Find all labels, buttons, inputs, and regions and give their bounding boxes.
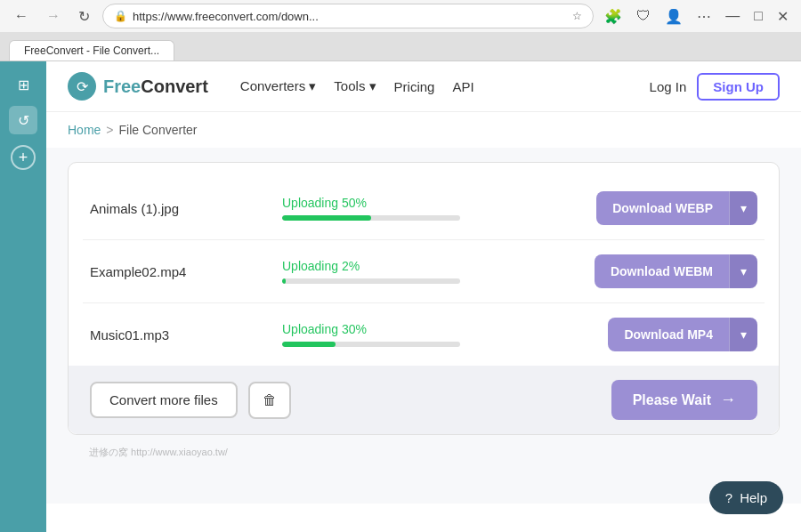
file-rows-container: Animals (1).jpg Uploading 50% Download W… <box>83 177 765 366</box>
file-status: Uploading 30% <box>282 322 594 336</box>
file-name: Example02.mp4 <box>90 264 268 279</box>
site-header: ⟳ FreeConvert Converters ▾ Tools ▾ Prici… <box>46 61 801 112</box>
file-progress-area: Uploading 30% <box>282 322 594 347</box>
download-btn-main[interactable]: Download MP4 <box>608 318 729 351</box>
progress-bar-background <box>282 215 460 221</box>
nav-pricing[interactable]: Pricing <box>394 79 435 94</box>
help-icon: ? <box>725 490 732 505</box>
close-icon[interactable]: ✕ <box>773 6 792 27</box>
breadcrumb-separator: > <box>106 123 113 137</box>
lock-icon: 🔒 <box>114 10 127 22</box>
download-btn-chevron[interactable]: ▾ <box>729 254 757 288</box>
shield-icon[interactable]: 🛡 <box>633 6 654 26</box>
minimize-icon[interactable]: — <box>722 6 743 26</box>
logo-free: Free <box>103 77 141 96</box>
progress-bar-background <box>282 342 460 347</box>
nav-converters[interactable]: Converters ▾ <box>240 78 317 94</box>
download-btn-main[interactable]: Download WEBP <box>596 191 729 225</box>
download-btn-chevron[interactable]: ▾ <box>729 318 757 351</box>
convert-more-button[interactable]: Convert more files <box>90 382 238 418</box>
main-content: ⟳ FreeConvert Converters ▾ Tools ▾ Prici… <box>46 61 801 532</box>
file-progress-area: Uploading 2% <box>282 259 580 284</box>
progress-bar-fill <box>282 278 286 284</box>
progress-bar-fill <box>282 215 371 221</box>
download-button[interactable]: Download MP4 ▾ <box>608 318 757 351</box>
file-row: Music01.mp3 Uploading 30% Download MP4 ▾ <box>83 303 765 366</box>
download-button[interactable]: Download WEBP ▾ <box>596 191 757 225</box>
breadcrumb-current: File Converter <box>119 123 198 137</box>
download-btn-chevron[interactable]: ▾ <box>729 191 757 225</box>
back-button[interactable]: ← <box>9 6 34 26</box>
menu-icon[interactable]: ⋯ <box>693 6 715 27</box>
nav-api[interactable]: API <box>452 79 473 94</box>
download-btn-main[interactable]: Download WEBM <box>595 254 729 288</box>
browser-chrome: ← → ↻ 🔒 https://www.freeconvert.com/down… <box>0 0 801 61</box>
maximize-icon[interactable]: □ <box>750 6 766 26</box>
sidebar-refresh-icon[interactable]: ↺ <box>9 106 37 134</box>
sidebar-add-button[interactable]: + <box>11 145 36 170</box>
help-button[interactable]: ? Help <box>709 481 783 514</box>
breadcrumb: Home > File Converter <box>46 112 801 148</box>
nav-actions: Log In Sign Up <box>650 73 780 101</box>
page-body: Animals (1).jpg Uploading 50% Download W… <box>46 148 801 504</box>
logo-text: FreeConvert <box>103 77 208 97</box>
progress-bar-fill <box>282 342 336 347</box>
help-label: Help <box>740 490 767 505</box>
signup-button[interactable]: Sign Up <box>697 73 780 101</box>
active-tab[interactable]: FreeConvert - File Convert... <box>9 40 174 60</box>
progress-bar-background <box>282 278 460 284</box>
login-button[interactable]: Log In <box>650 79 687 94</box>
file-row: Animals (1).jpg Uploading 50% Download W… <box>83 177 765 240</box>
breadcrumb-home[interactable]: Home <box>68 123 101 137</box>
please-wait-button[interactable]: Please Wait → <box>611 380 757 420</box>
file-name: Music01.mp3 <box>90 327 268 343</box>
nav-menu: Converters ▾ Tools ▾ Pricing API <box>240 78 474 94</box>
url-text: https://www.freeconvert.com/down... <box>133 10 567 23</box>
please-wait-arrow: → <box>720 391 736 409</box>
file-status: Uploading 2% <box>282 259 580 273</box>
please-wait-label: Please Wait <box>633 392 711 408</box>
sidebar-tab-icon[interactable]: ⊞ <box>9 70 37 99</box>
converter-card: Animals (1).jpg Uploading 50% Download W… <box>68 162 780 435</box>
logo-convert: Convert <box>141 77 208 96</box>
download-button[interactable]: Download WEBM ▾ <box>595 254 757 288</box>
bottom-actions: Convert more files 🗑 Please Wait → <box>69 366 779 434</box>
delete-icon: 🗑 <box>263 392 277 407</box>
star-icon[interactable]: ☆ <box>572 10 582 22</box>
refresh-button[interactable]: ↻ <box>73 6 95 27</box>
forward-button[interactable]: → <box>41 6 66 26</box>
extensions-icon[interactable]: 🧩 <box>601 6 626 27</box>
sidebar: ⊞ ↺ + <box>0 61 46 532</box>
url-bar[interactable]: 🔒 https://www.freeconvert.com/down... ☆ <box>102 4 594 28</box>
watermark: 进修の窝 http://www.xiaoyao.tw/ <box>68 442 780 463</box>
logo[interactable]: ⟳ FreeConvert <box>68 72 208 101</box>
profile-icon[interactable]: 👤 <box>661 6 686 27</box>
nav-tools[interactable]: Tools ▾ <box>334 78 376 94</box>
file-status: Uploading 50% <box>282 196 582 210</box>
delete-button[interactable]: 🗑 <box>248 382 291 419</box>
logo-icon: ⟳ <box>68 72 96 101</box>
file-name: Animals (1).jpg <box>90 201 268 216</box>
file-row: Example02.mp4 Uploading 2% Download WEBM… <box>83 240 765 303</box>
file-progress-area: Uploading 50% <box>282 196 582 221</box>
